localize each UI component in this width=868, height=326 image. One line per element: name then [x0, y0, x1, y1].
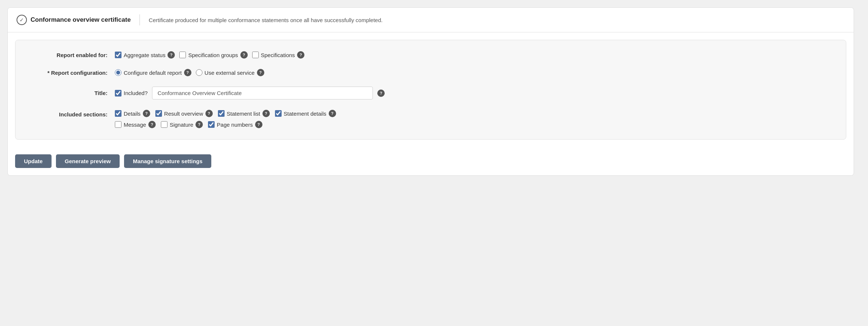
signature-help-icon[interactable]: ? [195, 121, 203, 128]
report-enabled-label: Report enabled for: [30, 52, 115, 58]
specifications-label: Specifications [261, 52, 295, 58]
statement-list-checkbox[interactable] [218, 110, 225, 117]
details-checkbox[interactable] [115, 110, 121, 117]
use-external-label: Use external service [205, 70, 255, 76]
configure-default-label: Configure default report [124, 70, 182, 76]
spec-groups-group: Specification groups ? [179, 51, 247, 59]
page-numbers-help-icon[interactable]: ? [255, 121, 262, 128]
generate-preview-button[interactable]: Generate preview [56, 154, 120, 168]
specifications-checkbox[interactable] [252, 52, 259, 58]
aggregate-status-group: Aggregate status ? [115, 51, 175, 59]
signature-label: Signature [170, 122, 193, 128]
sections-line-1: Details ? Result overview ? Statement li… [115, 110, 336, 117]
message-label: Message [124, 122, 146, 128]
title-row: Title: Included? ? [30, 87, 831, 99]
aggregate-status-help-icon[interactable]: ? [167, 51, 175, 59]
included-sections-row: Included sections: Details ? Result over… [30, 110, 831, 128]
configure-default-radio[interactable] [115, 69, 121, 76]
manage-signature-button[interactable]: Manage signature settings [124, 154, 211, 168]
report-enabled-controls: Aggregate status ? Specification groups … [115, 51, 304, 59]
page-numbers-checkbox[interactable] [208, 121, 215, 128]
statement-details-checkbox[interactable] [275, 110, 282, 117]
result-overview-label: Result overview [164, 111, 203, 117]
title-controls: Included? ? [115, 87, 385, 99]
spec-groups-help-icon[interactable]: ? [240, 51, 248, 59]
use-external-help-icon[interactable]: ? [257, 69, 264, 76]
specifications-help-icon[interactable]: ? [297, 51, 304, 59]
header-row: ✓ Conformance overview certificate Certi… [8, 8, 854, 32]
included-sections-label: Included sections: [30, 110, 115, 118]
header-description: Certificate produced for multiple confor… [149, 17, 382, 23]
form-container: Report enabled for: Aggregate status ? S… [15, 40, 846, 140]
configure-default-group: Configure default report ? [115, 69, 191, 76]
statement-list-help-icon[interactable]: ? [262, 110, 270, 117]
sections-line-2: Message ? Signature ? Page numbers ? [115, 121, 336, 128]
report-config-controls: Configure default report ? Use external … [115, 69, 264, 76]
signature-group: Signature ? [161, 121, 203, 128]
header-divider [140, 14, 140, 25]
result-overview-checkbox[interactable] [155, 110, 162, 117]
buttons-row: Update Generate preview Manage signature… [8, 147, 854, 175]
spec-groups-checkbox[interactable] [179, 52, 186, 58]
details-help-icon[interactable]: ? [143, 110, 150, 117]
configure-default-help-icon[interactable]: ? [184, 69, 191, 76]
details-label: Details [124, 111, 141, 117]
statement-details-group: Statement details ? [275, 110, 336, 117]
aggregate-status-checkbox[interactable] [115, 52, 121, 58]
message-group: Message ? [115, 121, 156, 128]
use-external-group: Use external service ? [196, 69, 264, 76]
specifications-group: Specifications ? [252, 51, 305, 59]
message-help-icon[interactable]: ? [148, 121, 156, 128]
conformance-icon: ✓ [17, 15, 27, 25]
title-included-checkbox[interactable] [115, 90, 121, 97]
use-external-radio[interactable] [196, 69, 202, 76]
message-checkbox[interactable] [115, 121, 121, 128]
statement-details-help-icon[interactable]: ? [329, 110, 336, 117]
update-button[interactable]: Update [15, 154, 52, 168]
spec-groups-label: Specification groups [188, 52, 238, 58]
report-enabled-row: Report enabled for: Aggregate status ? S… [30, 51, 831, 59]
report-config-row: * Report configuration: Configure defaul… [30, 69, 831, 76]
signature-checkbox[interactable] [161, 121, 167, 128]
aggregate-status-label: Aggregate status [124, 52, 165, 58]
header-title-group: ✓ Conformance overview certificate [17, 15, 131, 25]
title-included-label: Included? [124, 90, 148, 96]
result-overview-help-icon[interactable]: ? [205, 110, 213, 117]
statement-list-group: Statement list ? [218, 110, 270, 117]
result-overview-group: Result overview ? [155, 110, 213, 117]
page-title: Conformance overview certificate [31, 16, 131, 24]
statement-details-label: Statement details [284, 111, 327, 117]
main-container: ✓ Conformance overview certificate Certi… [7, 7, 854, 176]
title-help-icon[interactable]: ? [377, 90, 385, 97]
report-config-label: * Report configuration: [30, 70, 115, 76]
sections-rows: Details ? Result overview ? Statement li… [115, 110, 336, 128]
title-included-group: Included? [115, 90, 148, 97]
title-input[interactable] [152, 87, 373, 99]
title-label: Title: [30, 90, 115, 96]
statement-list-label: Statement list [227, 111, 260, 117]
page-numbers-group: Page numbers ? [208, 121, 262, 128]
details-group: Details ? [115, 110, 150, 117]
page-numbers-label: Page numbers [217, 122, 253, 128]
